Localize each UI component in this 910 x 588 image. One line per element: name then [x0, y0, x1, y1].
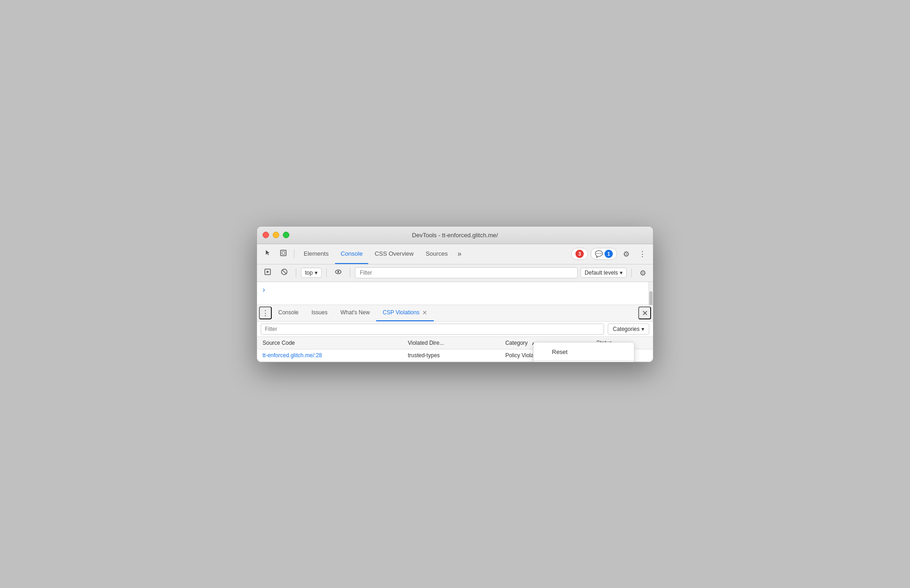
panel-tab-console[interactable]: Console — [272, 305, 305, 321]
main-toolbar: Elements Console CSS Overview Sources » … — [257, 244, 653, 264]
maximize-button[interactable] — [283, 232, 289, 238]
csp-filter-input[interactable] — [261, 324, 604, 335]
top-tab-nav: Elements Console CSS Overview Sources » — [298, 244, 569, 264]
source-code-link[interactable]: tt-enforced.glitch.me/:28 — [263, 352, 322, 359]
close-button[interactable] — [263, 232, 269, 238]
eye-button[interactable] — [331, 266, 345, 280]
message-badge-button[interactable]: 💬 1 — [591, 248, 617, 260]
tab-sources[interactable]: Sources — [420, 244, 453, 264]
cursor-icon — [264, 249, 271, 258]
close-csp-tab-button[interactable]: ✕ — [422, 309, 427, 316]
default-levels-selector[interactable]: Default levels ▾ — [581, 268, 627, 278]
run-snippet-button[interactable] — [261, 266, 275, 280]
error-badge-button[interactable]: 3 — [571, 248, 588, 260]
svg-rect-0 — [281, 250, 286, 256]
toolbar-right: 3 💬 1 ⚙ ⋮ — [571, 247, 649, 261]
window-title: DevTools - tt-enforced.glitch.me/ — [412, 232, 498, 239]
message-count-badge: 1 — [605, 250, 613, 258]
separator-4 — [350, 268, 350, 277]
settings-console-button[interactable]: ⚙ — [636, 266, 649, 280]
close-panel-icon: ✕ — [642, 309, 648, 318]
col-violated-directive[interactable]: Violated Dire... — [402, 337, 500, 349]
dropdown-separator — [533, 360, 634, 361]
console-toolbar: top ▾ Default levels ▾ ⚙ — [257, 264, 653, 282]
panel-filter-bar: Categories ▾ — [257, 322, 653, 337]
console-filter-input[interactable] — [355, 267, 578, 278]
panel-menu-dots-icon: ⋮ — [262, 309, 269, 318]
dropdown-reset[interactable]: Reset — [533, 345, 634, 359]
settings-button[interactable]: ⚙ — [620, 247, 633, 261]
svg-rect-1 — [282, 252, 285, 254]
minimize-button[interactable] — [273, 232, 279, 238]
error-count-badge: 3 — [575, 250, 584, 258]
inspect-icon-button[interactable] — [276, 247, 290, 261]
context-selector[interactable]: top ▾ — [301, 268, 322, 278]
cell-source-code[interactable]: tt-enforced.glitch.me/:28 — [257, 349, 402, 361]
caret-down-icon: ▾ — [315, 270, 317, 276]
separator-5 — [631, 268, 632, 277]
panel-tabbar: ⋮ Console Issues What's New CSP Violatio… — [257, 305, 653, 322]
separator-1 — [294, 249, 294, 258]
categories-button[interactable]: Categories ▾ — [608, 324, 649, 335]
console-output-area: › — [257, 282, 653, 305]
tab-css-overview[interactable]: CSS Overview — [369, 244, 419, 264]
svg-marker-3 — [267, 270, 269, 273]
panel-close-button[interactable]: ✕ — [638, 306, 651, 319]
more-tabs-button[interactable]: » — [454, 247, 465, 260]
bottom-panel: ⋮ Console Issues What's New CSP Violatio… — [257, 305, 653, 362]
gear-icon: ⚙ — [623, 250, 629, 258]
titlebar: DevTools - tt-enforced.glitch.me/ — [257, 227, 653, 244]
levels-caret-icon: ▾ — [620, 270, 623, 276]
traffic-lights — [263, 232, 289, 238]
scrollbar-track[interactable] — [648, 282, 653, 305]
no-icon-button[interactable] — [277, 266, 291, 280]
no-icon — [281, 268, 288, 277]
more-menu-button[interactable]: ⋮ — [635, 247, 649, 261]
svg-point-7 — [337, 271, 339, 273]
three-dots-icon: ⋮ — [639, 250, 646, 258]
cursor-icon-button[interactable] — [261, 247, 275, 261]
blue-caret-indicator: › — [257, 282, 653, 298]
col-source-code[interactable]: Source Code — [257, 337, 402, 349]
eye-icon — [335, 268, 342, 277]
tab-console[interactable]: Console — [335, 244, 368, 264]
svg-line-5 — [282, 270, 286, 274]
play-icon — [264, 268, 271, 277]
separator-3 — [326, 268, 327, 277]
panel-tab-csp-violations[interactable]: CSP Violations ✕ — [376, 305, 434, 321]
separator-2 — [296, 268, 296, 277]
panel-tab-whats-new[interactable]: What's New — [334, 305, 377, 321]
inspect-icon — [280, 249, 287, 258]
categories-caret-icon: ▾ — [641, 326, 644, 332]
panel-menu-button[interactable]: ⋮ — [259, 306, 272, 319]
tab-elements[interactable]: Elements — [298, 244, 334, 264]
chat-icon: 💬 — [595, 250, 603, 258]
categories-dropdown: Reset Trusted Type Policy Trusted Type S… — [533, 342, 635, 362]
panel-tab-issues[interactable]: Issues — [305, 305, 334, 321]
cell-violated-directive: trusted-types — [402, 349, 500, 361]
devtools-window: DevTools - tt-enforced.glitch.me/ Elemen… — [257, 226, 653, 362]
gear-console-icon: ⚙ — [640, 269, 646, 277]
